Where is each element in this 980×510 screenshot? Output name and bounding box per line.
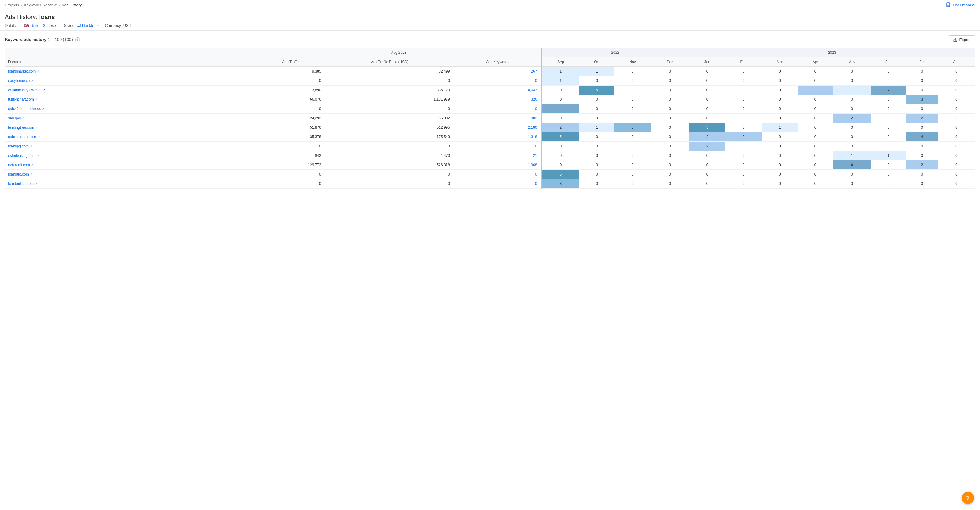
month-cell: 0 xyxy=(906,142,938,151)
th-ads-keywords[interactable]: Ads Keywords xyxy=(454,57,542,67)
th-ads-traffic[interactable]: Ads Traffic xyxy=(256,57,325,67)
device-value[interactable]: Desktop ▾ xyxy=(82,23,99,28)
device-value-text: Desktop xyxy=(82,23,97,28)
month-cell: 0 xyxy=(579,132,614,142)
month-cell: 3 xyxy=(906,95,938,104)
ads-keywords-cell[interactable]: 0 xyxy=(454,170,542,179)
domain-link[interactable]: easyhome.ca ↗ xyxy=(8,78,253,83)
table-row: williamcaseylaw.com ↗73,890836,1204,0470… xyxy=(5,86,975,95)
page-title-prefix: Ads History: xyxy=(5,14,37,20)
month-cell: 0 xyxy=(689,76,725,86)
th-nov: Nov xyxy=(614,57,651,67)
breadcrumb-projects[interactable]: Projects xyxy=(5,3,19,7)
month-cell: 0 xyxy=(651,113,689,123)
ads-traffic-price-cell: 0 xyxy=(325,170,454,179)
database-filter[interactable]: Database: 🇺🇸 United States ▾ xyxy=(5,23,56,28)
month-cell: 0 xyxy=(938,151,975,161)
th-may: May xyxy=(832,57,871,67)
domain-link[interactable]: quickenloans.com ↗ xyxy=(8,135,253,139)
main-content: Keyword ads history 1 – 100 (100) i Expo… xyxy=(0,30,980,194)
ads-traffic-price-cell: 175,543 xyxy=(325,132,454,142)
month-cell: 0 xyxy=(725,104,762,113)
domain-cell: loansmarket.com ↗ xyxy=(5,67,256,76)
month-cell: 0 xyxy=(762,179,798,188)
ads-keywords-cell[interactable]: 982 xyxy=(454,113,542,123)
device-filter[interactable]: Device: Desktop ▾ xyxy=(62,23,99,28)
month-cell: 4 xyxy=(542,104,580,113)
ads-keywords-cell[interactable]: 267 xyxy=(454,67,542,76)
th-sep: Sep xyxy=(542,57,580,67)
domain-link[interactable]: loanquo.com ↗ xyxy=(8,172,253,177)
month-cell: 0 xyxy=(542,161,580,170)
month-cell: 0 xyxy=(579,161,614,170)
filters-bar: Database: 🇺🇸 United States ▾ Device: Des… xyxy=(5,23,975,28)
month-cell: 0 xyxy=(871,142,906,151)
month-cell: 0 xyxy=(871,132,906,142)
month-cell: 0 xyxy=(542,151,580,161)
ads-keywords-cell[interactable]: 0 xyxy=(454,179,542,188)
table-row: loanspq.com ↗000000020000000 xyxy=(5,142,975,151)
domain-cell: tuitionchart.com ↗ xyxy=(5,95,256,104)
month-cell: 2 xyxy=(906,113,938,123)
breadcrumb-keyword-overview[interactable]: Keyword Overview xyxy=(24,3,56,7)
domain-link[interactable]: loansmarket.com ↗ xyxy=(8,69,253,73)
ads-traffic-cell: 0 xyxy=(256,142,325,151)
month-cell: 4 xyxy=(871,86,906,95)
month-cell: 0 xyxy=(725,151,762,161)
table-row: sba.gov ↗24,29255,092982000000002020 xyxy=(5,113,975,123)
domain-link[interactable]: netcredit.com ↗ xyxy=(8,163,253,167)
ads-traffic-cell: 129,772 xyxy=(256,161,325,170)
section-title-wrapper: Keyword ads history 1 – 100 (100) i xyxy=(5,37,80,43)
month-cell: 0 xyxy=(798,142,833,151)
month-cell: 0 xyxy=(614,161,651,170)
ads-keywords-cell[interactable]: 326 xyxy=(454,95,542,104)
month-cell: 0 xyxy=(871,161,906,170)
month-cell: 2 xyxy=(689,132,725,142)
database-value[interactable]: United States ▾ xyxy=(30,23,56,28)
month-cell: 0 xyxy=(938,95,975,104)
domain-cell: echoleasing.com ↗ xyxy=(5,151,256,161)
ads-traffic-cell: 24,292 xyxy=(256,113,325,123)
ads-keywords-cell[interactable]: 0 xyxy=(454,76,542,86)
month-cell: 0 xyxy=(762,142,798,151)
month-cell: 0 xyxy=(689,151,725,161)
section-header: Keyword ads history 1 – 100 (100) i Expo… xyxy=(5,35,975,44)
ads-keywords-cell[interactable]: 1,968 xyxy=(454,161,542,170)
ads-traffic-price-cell: 836,120 xyxy=(325,86,454,95)
month-cell: 0 xyxy=(832,142,871,151)
month-cell: 0 xyxy=(651,76,689,86)
ads-keywords-cell[interactable]: 2,180 xyxy=(454,123,542,132)
month-cell: 1 xyxy=(832,86,871,95)
domain-link[interactable]: lendingtree.com ↗ xyxy=(8,125,253,130)
th-domain: Domain xyxy=(5,48,256,67)
month-cell: 0 xyxy=(725,86,762,95)
month-cell: 0 xyxy=(725,161,762,170)
domain-link[interactable]: quick2lend.business ↗ xyxy=(8,107,253,111)
month-cell: 0 xyxy=(938,170,975,179)
ads-keywords-cell[interactable]: 21 xyxy=(454,151,542,161)
month-cell: 0 xyxy=(689,170,725,179)
month-cell: 1 xyxy=(542,67,580,76)
domain-link[interactable]: sba.gov ↗ xyxy=(8,116,253,120)
month-cell: 0 xyxy=(798,132,833,142)
month-cell: 0 xyxy=(906,170,938,179)
month-cell: 0 xyxy=(762,86,798,95)
domain-link[interactable]: echoleasing.com ↗ xyxy=(8,153,253,158)
domain-link[interactable]: loanspq.com ↗ xyxy=(8,144,253,148)
month-cell: 4 xyxy=(832,161,871,170)
ads-keywords-cell[interactable]: 0 xyxy=(454,142,542,151)
ads-keywords-cell[interactable]: 1,318 xyxy=(454,132,542,142)
month-cell: 0 xyxy=(614,67,651,76)
user-manual-link[interactable]: User manual xyxy=(946,2,975,7)
ads-keywords-cell[interactable]: 0 xyxy=(454,104,542,113)
table-row: netcredit.com ↗129,772526,3181,968000000… xyxy=(5,161,975,170)
month-cell: 0 xyxy=(542,142,580,151)
domain-link[interactable]: tuitionchart.com ↗ xyxy=(8,97,253,102)
info-icon[interactable]: i xyxy=(75,37,80,42)
domain-link[interactable]: loanbuilder.com ↗ xyxy=(8,182,253,186)
export-button[interactable]: Export xyxy=(948,35,975,44)
th-ads-traffic-price[interactable]: Ads Traffic Price (USD) xyxy=(325,57,454,67)
month-cell: 0 xyxy=(542,113,580,123)
domain-link[interactable]: williamcaseylaw.com ↗ xyxy=(8,88,253,92)
ads-keywords-cell[interactable]: 4,047 xyxy=(454,86,542,95)
